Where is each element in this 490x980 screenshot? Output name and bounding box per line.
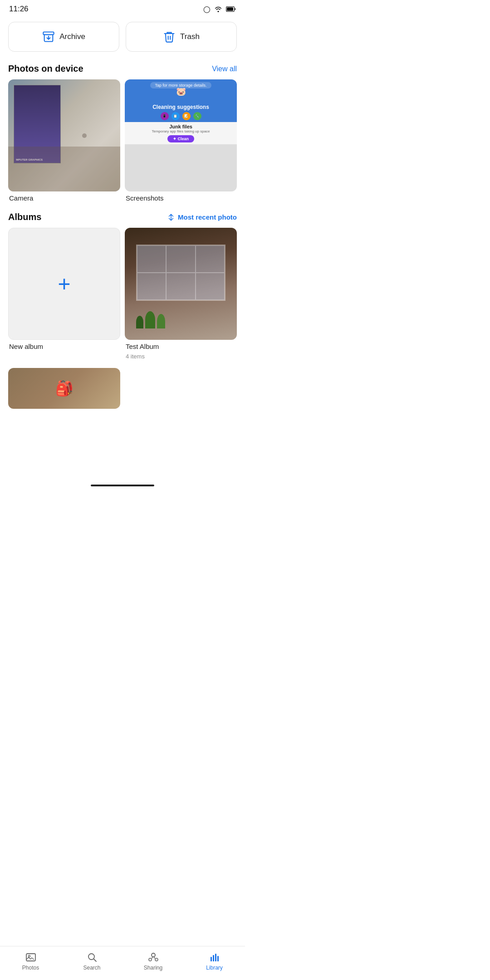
window-cell-3 — [196, 245, 225, 273]
bag-art: 🎒 — [8, 368, 120, 409]
status-icons: ◯ — [203, 5, 236, 13]
circle-icon: ◯ — [203, 5, 211, 13]
plant-1 — [136, 316, 143, 328]
camera-shelf — [8, 147, 120, 191]
screenshots-thumbnail[interactable]: Tap for more storage details. 🐷 Cleaning… — [125, 79, 237, 191]
view-all-link[interactable]: View all — [212, 65, 237, 73]
svg-rect-1 — [227, 7, 233, 11]
most-recent-photo-link[interactable]: Most recent photo — [167, 213, 237, 221]
plant-2 — [145, 311, 155, 328]
plant-3 — [157, 314, 165, 328]
albums-grid: + New album — [0, 228, 245, 368]
status-time: 11:26 — [9, 5, 29, 14]
battery-icon — [226, 6, 236, 12]
most-recent-label: Most recent photo — [178, 213, 237, 221]
new-album-name: New album — [8, 343, 120, 350]
svg-rect-2 — [43, 32, 54, 35]
clean-button[interactable]: ✦ Clean — [167, 135, 194, 142]
photos-on-device-title: Photos on device — [8, 64, 83, 74]
wifi-icon — [214, 6, 222, 12]
test-album-count: 4 items — [125, 353, 237, 360]
partial-album-row: 🎒 — [0, 368, 245, 411]
camera-label: Camera — [8, 194, 120, 202]
new-album-plus-icon: + — [58, 273, 70, 295]
partial-thumb[interactable]: 🎒 — [8, 368, 120, 409]
cleaning-top: Tap for more storage details. 🐷 Cleaning… — [125, 79, 237, 122]
test-album-name: Test Album — [125, 343, 237, 350]
window-cell-2 — [166, 245, 196, 273]
test-album-thumbnail[interactable] — [125, 228, 237, 340]
test-album-photo-art — [125, 228, 237, 340]
camera-thumbnail[interactable]: MPUTER GRAPHICS — [8, 79, 120, 191]
action-buttons-row: Archive Trash — [0, 16, 245, 59]
sort-icon — [167, 213, 175, 221]
plants-row — [136, 295, 226, 328]
archive-button[interactable]: Archive — [8, 22, 119, 52]
icon-dot-2: 📋 — [172, 112, 180, 120]
photos-on-device-header: Photos on device View all — [0, 59, 245, 79]
photos-on-device-grid: MPUTER GRAPHICS Camera Tap for more stor… — [0, 79, 245, 210]
albums-header: Albums Most recent photo — [0, 210, 245, 228]
screenshots-label: Screenshots — [125, 194, 237, 202]
junk-title: Junk files — [169, 124, 192, 129]
new-album-thumbnail[interactable]: + — [8, 228, 120, 340]
window-art — [136, 245, 226, 301]
albums-title: Albums — [8, 212, 41, 222]
window-cell-1 — [137, 245, 167, 273]
trash-icon — [163, 30, 176, 43]
cleaning-bottom: Junk files Temporary app files taking up… — [125, 122, 237, 144]
cleaning-icons-row: 📱 📋 📝 🔧 — [161, 112, 201, 120]
icon-dot-4: 🔧 — [193, 112, 201, 120]
test-album-item[interactable]: Test Album 4 items — [125, 228, 237, 360]
door-handle — [82, 133, 87, 138]
cleaning-title: Cleaning suggestions — [152, 104, 209, 110]
archive-label: Archive — [59, 32, 85, 41]
trash-label: Trash — [180, 32, 200, 41]
home-indicator — [91, 485, 154, 486]
icon-dot-3: 📝 — [182, 112, 191, 120]
camera-photo-art: MPUTER GRAPHICS — [8, 79, 120, 191]
junk-sub: Temporary app files taking up space — [152, 129, 210, 133]
trash-button[interactable]: Trash — [126, 22, 237, 52]
archive-icon — [42, 30, 55, 43]
tap-hint: Tap for more storage details. — [150, 82, 211, 88]
icon-dot-1: 📱 — [161, 112, 169, 120]
screenshots-photo-item[interactable]: Tap for more storage details. 🐷 Cleaning… — [125, 79, 237, 202]
status-bar: 11:26 ◯ — [0, 0, 245, 16]
new-album-item[interactable]: + New album — [8, 228, 120, 360]
camera-photo-item[interactable]: MPUTER GRAPHICS Camera — [8, 79, 120, 202]
